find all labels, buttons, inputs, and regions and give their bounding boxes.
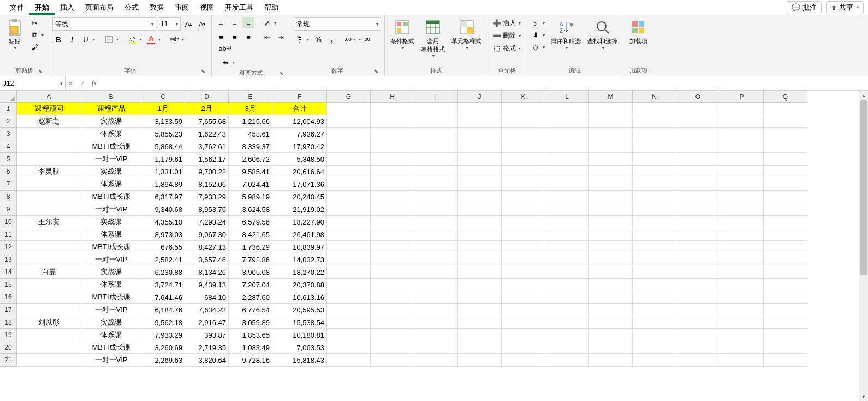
cell[interactable] <box>676 228 720 241</box>
row-header-8[interactable]: 8 <box>0 191 17 203</box>
cell[interactable]: 体系课 <box>81 228 141 241</box>
cell[interactable] <box>371 253 414 266</box>
cell[interactable]: 体系课 <box>81 128 141 140</box>
cell[interactable]: 一对一VIP <box>81 153 141 166</box>
col-header-C[interactable]: C <box>141 91 185 103</box>
cell[interactable]: 实战课 <box>81 266 141 279</box>
cell[interactable] <box>720 304 764 316</box>
cell[interactable]: 1,562.17 <box>185 153 229 166</box>
cell[interactable]: 8,427.13 <box>185 241 229 253</box>
cell[interactable] <box>458 178 502 191</box>
cell[interactable] <box>414 140 458 153</box>
cell[interactable] <box>764 191 807 203</box>
select-all-corner[interactable] <box>0 91 17 103</box>
fill-button[interactable]: ⬇▾ <box>530 30 546 40</box>
cell[interactable] <box>676 341 720 354</box>
cell[interactable]: 14,032.73 <box>272 253 327 266</box>
cell[interactable]: 10,613.16 <box>272 291 327 304</box>
cell[interactable] <box>764 341 807 354</box>
cell[interactable] <box>502 253 545 266</box>
cell[interactable] <box>414 216 458 228</box>
cell[interactable] <box>720 329 764 341</box>
cell[interactable] <box>633 341 676 354</box>
cell[interactable] <box>589 103 633 115</box>
cell[interactable]: 684.10 <box>185 291 229 304</box>
cell[interactable] <box>458 140 502 153</box>
cell[interactable] <box>502 191 545 203</box>
cell[interactable] <box>589 115 633 128</box>
cell[interactable] <box>545 216 589 228</box>
cell[interactable]: 2,269.63 <box>141 354 185 367</box>
col-header-P[interactable]: P <box>720 91 764 103</box>
cell[interactable]: 3,905.08 <box>229 266 272 279</box>
col-header-H[interactable]: H <box>371 91 414 103</box>
cell[interactable] <box>371 354 414 367</box>
cell[interactable] <box>633 354 676 367</box>
cell[interactable] <box>764 228 807 241</box>
cell[interactable] <box>720 253 764 266</box>
cell[interactable]: 5,348.50 <box>272 153 327 166</box>
cell[interactable] <box>414 203 458 216</box>
cell[interactable] <box>720 316 764 329</box>
cell[interactable] <box>371 291 414 304</box>
cell[interactable]: 1,736.29 <box>229 241 272 253</box>
cell[interactable] <box>545 153 589 166</box>
cell[interactable] <box>545 178 589 191</box>
cell[interactable] <box>502 304 545 316</box>
cell[interactable] <box>414 354 458 367</box>
col-header-N[interactable]: N <box>633 91 676 103</box>
borders-button[interactable]: ▾ <box>103 34 120 45</box>
cell[interactable] <box>327 253 371 266</box>
cell[interactable]: 2,287.60 <box>229 291 272 304</box>
row-header-4[interactable]: 4 <box>0 140 17 153</box>
cell[interactable] <box>371 103 414 115</box>
cell[interactable] <box>371 228 414 241</box>
cell[interactable] <box>589 279 633 291</box>
cell[interactable]: 10,180.81 <box>272 329 327 341</box>
cell[interactable]: 7,655.68 <box>185 115 229 128</box>
cell[interactable] <box>764 241 807 253</box>
cell[interactable] <box>720 266 764 279</box>
cell[interactable] <box>502 341 545 354</box>
cell[interactable] <box>17 153 81 166</box>
cell[interactable]: 1,894.89 <box>141 178 185 191</box>
col-header-E[interactable]: E <box>229 91 272 103</box>
fx-icon[interactable]: fx <box>92 79 97 87</box>
cell[interactable]: 2,916.47 <box>185 316 229 329</box>
dialog-launcher-icon[interactable]: ⬊ <box>37 67 44 75</box>
cell[interactable] <box>764 203 807 216</box>
row-header-10[interactable]: 10 <box>0 216 17 228</box>
cell[interactable] <box>545 253 589 266</box>
cell[interactable] <box>502 166 545 178</box>
menu-tab-8[interactable]: 开发工具 <box>219 1 259 15</box>
cell[interactable] <box>589 241 633 253</box>
cell[interactable] <box>720 216 764 228</box>
decrease-decimal-button[interactable]: ←.00 <box>358 34 370 45</box>
cell[interactable]: 体系课 <box>81 279 141 291</box>
decrease-font-button[interactable]: A▾ <box>196 19 208 30</box>
cell[interactable]: 1,215.66 <box>229 115 272 128</box>
formula-input[interactable] <box>99 76 868 90</box>
cell[interactable]: 课程产品 <box>81 103 141 115</box>
cell[interactable] <box>764 253 807 266</box>
cell[interactable]: 李灵秋 <box>17 166 81 178</box>
scroll-up-button[interactable]: ▲ <box>859 91 868 100</box>
cell[interactable] <box>17 241 81 253</box>
cell[interactable]: 9,728.16 <box>229 354 272 367</box>
cell[interactable] <box>371 128 414 140</box>
cell[interactable] <box>327 341 371 354</box>
cell[interactable] <box>589 153 633 166</box>
cell[interactable] <box>633 304 676 316</box>
fill-color-button[interactable]: ▾ <box>127 34 144 45</box>
cell[interactable]: 1月 <box>141 103 185 115</box>
col-header-K[interactable]: K <box>502 91 545 103</box>
cell[interactable]: 王尔安 <box>17 216 81 228</box>
cell[interactable] <box>589 341 633 354</box>
align-center-button[interactable]: ≡ <box>229 32 241 43</box>
cell[interactable] <box>327 291 371 304</box>
cell[interactable]: 2,582.41 <box>141 253 185 266</box>
cell[interactable] <box>676 216 720 228</box>
cell[interactable] <box>589 178 633 191</box>
cell[interactable] <box>371 341 414 354</box>
cell[interactable] <box>545 203 589 216</box>
